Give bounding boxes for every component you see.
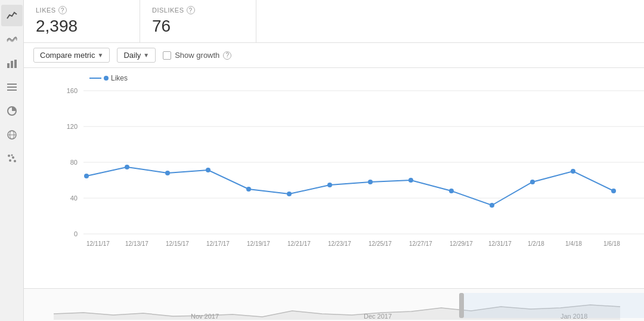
data-point-0 <box>84 174 89 178</box>
show-growth-wrapper[interactable]: Show growth ? <box>163 51 231 60</box>
svg-rect-2 <box>14 60 17 68</box>
sidebar-icon-bar-chart[interactable] <box>1 53 23 74</box>
mini-handle-left[interactable] <box>459 293 464 318</box>
svg-text:1/4/18: 1/4/18 <box>565 240 582 247</box>
sidebar-icon-globe[interactable] <box>1 124 23 146</box>
sidebar-icon-line-chart[interactable] <box>1 5 23 26</box>
compare-metric-dropdown[interactable]: Compare metric ▼ <box>33 48 110 63</box>
show-growth-label: Show growth <box>175 51 219 60</box>
show-growth-checkbox[interactable] <box>163 51 171 60</box>
compare-metric-arrow: ▼ <box>97 52 103 58</box>
data-point-13 <box>611 189 616 193</box>
empty-stat-card <box>256 0 644 42</box>
svg-text:12/29/17: 12/29/17 <box>450 240 473 247</box>
svg-point-12 <box>9 159 11 162</box>
svg-text:12/31/17: 12/31/17 <box>488 240 512 247</box>
svg-text:12/11/17: 12/11/17 <box>86 240 110 247</box>
data-point-6 <box>327 183 332 187</box>
svg-text:12/27/17: 12/27/17 <box>409 240 432 247</box>
svg-text:80: 80 <box>70 159 78 166</box>
compare-metric-label: Compare metric <box>40 51 95 60</box>
mini-range <box>464 293 644 318</box>
mini-chart: Nov 2017 Dec 2017 Jan 2018 <box>24 288 644 321</box>
stats-header: LIKES ? 2,398 DISLIKES ? 76 <box>24 0 644 43</box>
daily-arrow: ▼ <box>143 52 149 58</box>
dislikes-info-icon[interactable]: ? <box>187 6 195 14</box>
svg-text:12/17/17: 12/17/17 <box>206 240 230 247</box>
dislikes-value: 76 <box>152 17 244 36</box>
svg-text:0: 0 <box>74 230 78 237</box>
svg-point-14 <box>11 155 13 156</box>
svg-text:12/21/17: 12/21/17 <box>287 240 311 247</box>
svg-text:1/2/18: 1/2/18 <box>528 240 544 247</box>
main-content: LIKES ? 2,398 DISLIKES ? 76 Compare metr… <box>24 0 644 321</box>
svg-text:160: 160 <box>67 87 78 94</box>
svg-point-10 <box>8 155 10 157</box>
sidebar-icon-pie-chart[interactable] <box>1 100 23 122</box>
svg-text:40: 40 <box>70 195 78 202</box>
svg-rect-1 <box>11 61 13 68</box>
data-point-2 <box>165 171 170 175</box>
sidebar-icon-scatter[interactable] <box>1 148 23 169</box>
svg-rect-0 <box>7 63 10 68</box>
svg-rect-5 <box>7 89 17 91</box>
data-point-5 <box>287 192 292 196</box>
svg-text:12/23/17: 12/23/17 <box>328 240 351 247</box>
likes-value: 2,398 <box>36 17 128 36</box>
svg-point-11 <box>12 156 14 159</box>
svg-text:12/25/17: 12/25/17 <box>369 240 392 247</box>
sidebar-icon-wave-chart[interactable] <box>1 29 23 50</box>
legend-dot <box>104 76 109 81</box>
legend-label: Likes <box>111 74 128 82</box>
dislikes-stat-card: DISLIKES ? 76 <box>140 0 256 42</box>
data-point-8 <box>408 178 413 183</box>
svg-text:1/6/18: 1/6/18 <box>603 240 620 247</box>
data-point-7 <box>368 180 373 184</box>
chart-legend: Likes <box>89 74 638 82</box>
likes-info-icon[interactable]: ? <box>58 6 67 14</box>
main-chart-svg: 160 120 80 40 0 12/11/17 12/13/17 12/15/… <box>54 85 638 270</box>
data-point-10 <box>490 203 494 208</box>
data-point-3 <box>206 168 210 172</box>
mini-label-dec: Dec 2017 <box>364 313 392 320</box>
likes-stat-card: LIKES ? 2,398 <box>24 0 140 42</box>
sidebar <box>0 0 24 321</box>
daily-label: Daily <box>123 51 141 60</box>
svg-rect-4 <box>7 87 17 88</box>
data-point-11 <box>530 180 535 184</box>
svg-point-13 <box>14 160 16 162</box>
svg-text:120: 120 <box>67 123 78 130</box>
svg-text:12/19/17: 12/19/17 <box>247 240 270 247</box>
svg-rect-3 <box>7 84 17 85</box>
mini-label-nov: Nov 2017 <box>191 313 219 320</box>
data-point-4 <box>246 187 251 192</box>
data-point-9 <box>449 189 454 193</box>
chart-area: Likes 160 120 80 40 0 12/11/17 12/13/17 … <box>24 68 644 288</box>
dislikes-label: DISLIKES <box>152 7 184 14</box>
legend-dash <box>89 78 101 79</box>
show-growth-info-icon[interactable]: ? <box>223 51 231 60</box>
sidebar-icon-list[interactable] <box>1 76 23 98</box>
legend-likes: Likes <box>89 74 128 82</box>
svg-text:12/13/17: 12/13/17 <box>125 240 148 247</box>
likes-label: LIKES <box>36 7 56 14</box>
data-point-12 <box>571 169 575 174</box>
controls-bar: Compare metric ▼ Daily ▼ Show growth ? <box>24 43 644 68</box>
mini-chart-svg: Nov 2017 Dec 2017 Jan 2018 <box>24 290 644 320</box>
data-point-1 <box>125 165 129 169</box>
svg-text:12/15/17: 12/15/17 <box>166 240 189 247</box>
daily-dropdown[interactable]: Daily ▼ <box>117 48 156 63</box>
